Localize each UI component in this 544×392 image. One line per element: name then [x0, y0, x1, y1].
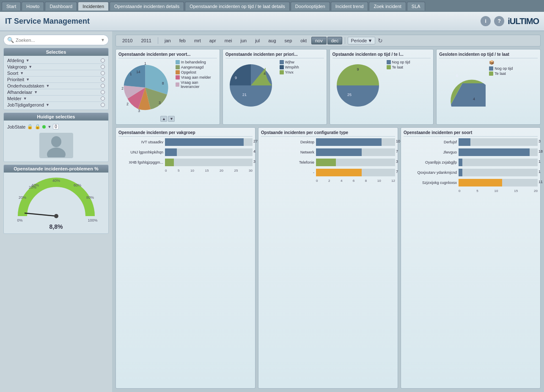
scroll-buttons: ▲ ▼ [118, 116, 217, 122]
month-nov[interactable]: nov [311, 37, 327, 44]
bar-row: Derfujsf 3 [404, 138, 538, 146]
radio-afdeling [101, 58, 105, 63]
svg-text:3: 3 [159, 101, 161, 105]
legend-item: Aangevraagd [176, 65, 217, 69]
bar-row: Oyanllpjs zxjabgjfp 1 [404, 159, 538, 166]
help-button[interactable]: ? [494, 16, 504, 26]
month-jan[interactable]: jan [161, 37, 175, 44]
chart-gesloten: Gesloten incidenten op tijd / te laat 6 … [436, 49, 541, 125]
month-aug[interactable]: aug [264, 37, 280, 44]
tab-dashboard[interactable]: Dashboard [45, 2, 77, 11]
selectie-afhandelaar[interactable]: Afhandelaar ▼ [7, 89, 105, 96]
legend-item: Te laat [489, 71, 513, 76]
selectie-melder[interactable]: Melder ▼ [7, 96, 105, 102]
chevron-icon: ▼ [46, 103, 49, 107]
selectie-soort[interactable]: Soort ▼ [7, 70, 105, 77]
bar-label: Netwerk [261, 150, 316, 154]
selectie-label: Afhandelaar ▼ [7, 90, 101, 95]
legend-item: Nog op tijd [489, 66, 513, 71]
lock2-icon: 🔒 [35, 124, 41, 129]
selectie-label: Onderhoudstaken ▼ [7, 83, 101, 88]
month-okt[interactable]: okt [297, 37, 310, 44]
pie-voort-legend: In behandeling Aangevraagd Opgelost Vraa… [176, 60, 217, 90]
selectie-onderhoudstaken[interactable]: Onderhoudstaken ▼ [7, 83, 105, 89]
bar-label: Derfujsf [404, 140, 459, 144]
sidebar: 🔍 ▼ Selecties Afdeling ▼ Vakgroep ▼ Soor… [0, 31, 112, 392]
legend-item: Vraag aan leverancier [176, 80, 217, 89]
selectie-afdeling[interactable]: Afdeling ▼ [7, 58, 105, 64]
top-charts-row: Openstaande incidenten per voort... [115, 49, 541, 125]
radio-onderhoudstaken [101, 84, 105, 88]
chevron-icon: ▼ [26, 77, 30, 82]
selectie-label: JobTijdigafgerond ▼ [7, 102, 101, 107]
tab-sla[interactable]: SLA [407, 2, 425, 11]
info-button[interactable]: i [481, 16, 491, 26]
tab-start[interactable]: Start [2, 2, 21, 11]
chevron-icon: ▼ [23, 96, 27, 101]
chart-config-title: Opstaande incidenten per configuratie ty… [261, 130, 395, 137]
scroll-up-button[interactable]: ▲ [160, 116, 167, 122]
legend-label: Ynvx [285, 70, 294, 74]
scroll-down-button[interactable]: ▼ [168, 116, 175, 122]
pie-gesloten-svg: 6 4 [439, 60, 486, 107]
refresh-button[interactable]: ↻ [376, 36, 385, 45]
radio-prioriteit [101, 77, 105, 82]
bar-row: Netwerk 7 [261, 148, 395, 156]
legend-label: In behandeling [181, 60, 206, 64]
year-2011-btn[interactable]: 2011 [137, 37, 155, 44]
legend-label: Vraag aan leverancier [181, 80, 217, 89]
selectie-jobtijdig[interactable]: JobTijdigafgerond ▼ [7, 102, 105, 108]
selectie-prioriteit[interactable]: Prioriteit ▼ [7, 77, 105, 83]
huidige-selecties-body: JobState 🔒 🔒 ▼ 0 [4, 121, 108, 162]
legend-item: Wmpihh [280, 65, 299, 69]
pie-voort-area: 14 8 3 3 2 2 1 1 In behandeling Aangevra… [118, 60, 217, 115]
chevron-icon: ▼ [20, 71, 24, 75]
tab-incidenten[interactable]: Incidenten [78, 2, 109, 11]
tab-howto[interactable]: Howto [22, 2, 44, 11]
month-sep[interactable]: sep [281, 37, 296, 44]
bar-value: 11 [539, 180, 544, 184]
tab-openstaande-tijd[interactable]: Openstaande incidenten op tijd / te laat… [185, 2, 290, 11]
month-jun[interactable]: jun [236, 37, 250, 44]
period-dropdown[interactable]: Periode ▼ [348, 37, 375, 44]
search-icon: 🔍 [7, 37, 14, 43]
tab-zoek-incident[interactable]: Zoek incident [369, 2, 406, 11]
pie-prior-svg: 21 9 4 [225, 60, 276, 111]
month-mrt[interactable]: mrt [190, 37, 205, 44]
legend-label: Aangevraagd [181, 65, 204, 69]
bar-label: UNJ lgpxnhkpkihqn [118, 150, 165, 154]
tab-doorlooptijden[interactable]: Doorlooptijden [291, 2, 330, 11]
month-dec[interactable]: dec [327, 37, 343, 44]
bar-value: 1 [539, 170, 544, 174]
selectie-label: Vakgroep ▼ [7, 64, 101, 69]
month-jul[interactable]: jul [251, 37, 264, 44]
year-2010-btn[interactable]: 2010 [118, 37, 136, 44]
search-dropdown-icon[interactable]: ▼ [101, 38, 105, 42]
bar-label: Jlwvguo [404, 150, 459, 154]
chart-per-voort: Openstaande incidenten per voort... [115, 49, 220, 125]
jobstate-row: JobState 🔒 🔒 ▼ 0 [7, 122, 105, 131]
month-feb[interactable]: feb [176, 37, 190, 44]
svg-text:0%: 0% [17, 218, 22, 222]
bar-container: 1 [459, 169, 538, 176]
bar-label: XHB fgshlqjzpggm... [118, 160, 165, 164]
selectie-vakgroep[interactable]: Vakgroep ▼ [7, 64, 105, 70]
period-divider2 [345, 37, 345, 44]
bar-axis: 051015202530 [118, 169, 253, 173]
svg-text:1: 1 [130, 72, 132, 76]
tab-incident-trend[interactable]: Incident trend [331, 2, 368, 11]
tab-openstaande-details[interactable]: Openstaande incidenten details [110, 2, 184, 11]
svg-text:100%: 100% [88, 218, 97, 222]
month-apr[interactable]: apr [206, 37, 220, 44]
selectie-label: Prioriteit ▼ [7, 77, 101, 82]
chart-per-prior-title: Openstaande incidenten per priori... [225, 52, 324, 58]
bar-label: Desktop [261, 140, 316, 144]
chevron-down-icon: ▼ [47, 125, 51, 129]
svg-text:2: 2 [126, 102, 129, 106]
legend-item: In behandeling [176, 60, 217, 64]
svg-line-2 [25, 213, 56, 216]
search-input[interactable] [16, 38, 99, 43]
chart-soort-title: Openstaande incidenten per soort [404, 130, 538, 137]
month-mei[interactable]: mei [221, 37, 236, 44]
app-title: IT Service Management [5, 17, 90, 26]
